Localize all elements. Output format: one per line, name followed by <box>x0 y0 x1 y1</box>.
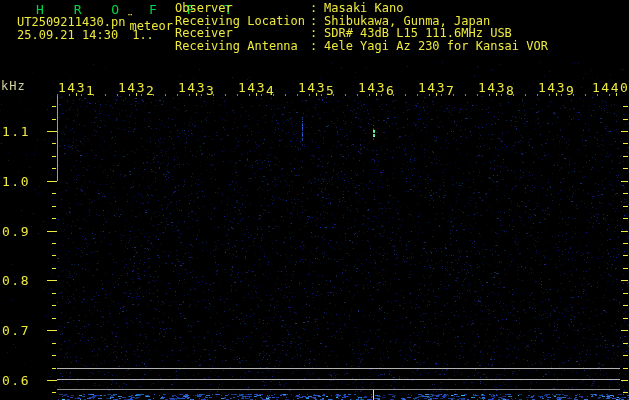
freq-minor-tick-right <box>623 318 628 319</box>
info-value: SDR# 43dB L15 111.6MHz USB <box>324 27 512 40</box>
info-value: 4ele Yagi Az 230 for Kansai VOR <box>324 40 548 53</box>
freq-minor-tick-left <box>52 168 56 169</box>
top-minor-tick <box>129 94 130 96</box>
top-minor-tick <box>153 94 154 96</box>
top-minor-tick <box>537 94 538 96</box>
spectrogram-canvas <box>0 0 629 400</box>
minute-tick <box>136 93 137 96</box>
top-minor-tick <box>165 94 166 96</box>
freq-minor-tick-right <box>623 392 628 393</box>
freq-label: 0.8 <box>2 273 30 288</box>
top-minor-tick <box>273 94 274 96</box>
top-minor-tick <box>453 94 454 96</box>
plot-left-border-line <box>57 95 58 181</box>
top-minor-tick <box>309 94 310 96</box>
top-minor-tick <box>405 94 406 96</box>
info-colon: : <box>310 2 324 15</box>
time-label-prefix: 143 <box>478 80 506 95</box>
freq-label: 0.9 <box>2 224 30 239</box>
top-minor-tick <box>429 94 430 96</box>
top-minor-tick <box>69 94 70 96</box>
top-minor-tick <box>369 94 370 96</box>
freq-minor-tick-left <box>52 318 56 319</box>
freq-minor-tick-left <box>52 343 56 344</box>
carrier-line <box>57 368 620 369</box>
freq-major-tick-right <box>621 330 628 331</box>
freq-major-tick-left <box>47 181 57 182</box>
freq-minor-tick-left <box>52 293 56 294</box>
top-minor-tick <box>249 94 250 96</box>
top-minor-tick <box>213 94 214 96</box>
top-minor-tick <box>393 94 394 96</box>
minute-tick <box>436 93 437 96</box>
freq-minor-tick-right <box>623 268 628 269</box>
top-minor-tick <box>381 94 382 96</box>
info-colon: : <box>310 40 324 53</box>
minute-tick <box>616 93 617 96</box>
freq-minor-tick-right <box>623 218 628 219</box>
info-label: Observer <box>175 2 310 15</box>
top-minor-tick <box>285 94 286 96</box>
info-row-antenna: Receiving Antenna:4ele Yagi Az 230 for K… <box>175 40 548 53</box>
file-name-line: UT2509211430.pn¨meteor <box>17 15 173 29</box>
freq-major-tick-right <box>621 181 628 182</box>
minute-tick <box>256 93 257 96</box>
freq-minor-tick-right <box>623 305 628 306</box>
freq-major-tick-right <box>621 231 628 232</box>
freq-minor-tick-right <box>623 255 628 256</box>
minute-tick <box>196 93 197 96</box>
minute-tick <box>316 93 317 96</box>
freq-minor-tick-left <box>52 143 56 144</box>
top-minor-tick <box>189 94 190 96</box>
minute-tick <box>556 93 557 96</box>
minute-tick <box>376 93 377 96</box>
top-minor-tick <box>201 94 202 96</box>
station-info-block: Observer:Masaki Kano Receiving Location:… <box>175 2 548 52</box>
freq-minor-tick-left <box>52 255 56 256</box>
top-minor-tick <box>105 94 106 96</box>
freq-minor-tick-right <box>623 168 628 169</box>
top-minor-tick <box>93 94 94 96</box>
freq-minor-tick-left <box>52 268 56 269</box>
top-minor-tick <box>561 94 562 96</box>
freq-minor-tick-left <box>52 106 56 107</box>
freq-minor-tick-right <box>623 143 628 144</box>
minute-tick <box>76 93 77 96</box>
top-minor-tick <box>333 94 334 96</box>
freq-minor-tick-left <box>52 119 56 120</box>
top-minor-tick <box>465 94 466 96</box>
datetime: 25.09.21 14:30 <box>17 28 118 42</box>
top-minor-tick <box>477 94 478 96</box>
freq-minor-tick-left <box>52 368 56 369</box>
freq-minor-tick-right <box>623 156 628 157</box>
freq-major-tick-right <box>621 280 628 281</box>
freq-minor-tick-left <box>52 355 56 356</box>
freq-label: 0.6 <box>2 373 30 388</box>
info-label: Receiver <box>175 27 310 40</box>
file-name: UT2509211430.pn <box>17 15 125 29</box>
top-minor-tick <box>609 94 610 96</box>
time-label-prefix: 143 <box>418 80 446 95</box>
top-minor-tick <box>513 94 514 96</box>
freq-minor-tick-left <box>52 156 56 157</box>
time-label-prefix: 143 <box>178 80 206 95</box>
freq-minor-tick-right <box>623 355 628 356</box>
freq-label: 0.7 <box>2 323 30 338</box>
freq-minor-tick-left <box>52 243 56 244</box>
freq-minor-tick-right <box>623 243 628 244</box>
freq-minor-tick-right <box>623 193 628 194</box>
freq-minor-tick-left <box>52 206 56 207</box>
info-label: Receiving Antenna <box>175 40 310 53</box>
freq-label: 1.0 <box>2 174 30 189</box>
freq-minor-tick-right <box>623 293 628 294</box>
freq-minor-tick-left <box>52 392 56 393</box>
top-minor-tick <box>525 94 526 96</box>
top-minor-tick <box>57 94 58 96</box>
carrier-line <box>57 389 620 390</box>
freq-major-tick-left <box>47 330 57 331</box>
top-minor-tick <box>225 94 226 96</box>
top-minor-tick <box>573 94 574 96</box>
top-minor-tick <box>597 94 598 96</box>
top-minor-tick <box>261 94 262 96</box>
time-label-prefix: 143 <box>538 80 566 95</box>
